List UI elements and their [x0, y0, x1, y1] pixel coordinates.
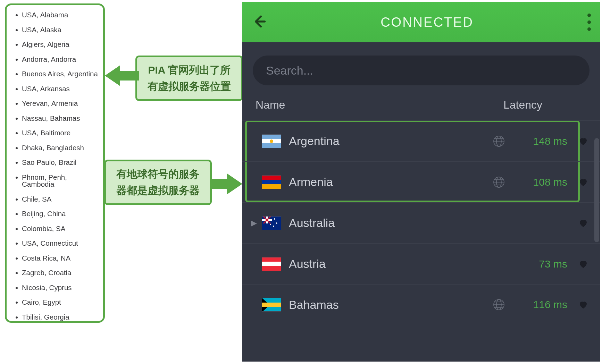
scrollbar[interactable] — [594, 138, 599, 242]
connection-status: CONNECTED — [381, 15, 474, 30]
globe-icon — [493, 176, 505, 188]
list-item: Buenos Aires, Argentina — [14, 70, 98, 78]
list-item: USA, Alaska — [14, 26, 98, 34]
favorite-button[interactable] — [576, 136, 590, 146]
arrow-left-icon — [105, 65, 137, 86]
virtual-locations-panel: USA, Alabama USA, Alaska Algiers, Algeri… — [5, 3, 105, 323]
globe-icon — [493, 135, 505, 147]
list-item: Chile, SA — [14, 196, 98, 203]
latency-value: 116 ms — [505, 299, 567, 311]
search-container: Search... — [242, 42, 600, 92]
flag-argentina-icon — [262, 134, 281, 148]
list-item: Nassau, Bahamas — [14, 115, 98, 122]
list-item: Phnom, Penh, Cambodia — [14, 174, 98, 188]
server-row-argentina[interactable]: Argentina 148 ms — [242, 120, 600, 161]
list-item: Dhaka, Bangladesh — [14, 144, 98, 152]
callout-globe-means-virtual: 有地球符号的服务器都是虚拟服务器 — [104, 160, 212, 205]
server-name: Armenia — [289, 175, 488, 189]
list-item: Tbilisi, Georgia — [14, 314, 98, 321]
list-item: USA, Baltimore — [14, 129, 98, 137]
callout-website-lists-virtual: PIA 官网列出了所有虚拟服务器位置 — [135, 56, 243, 101]
column-header-latency[interactable]: Latency — [503, 99, 587, 111]
column-header-name[interactable]: Name — [256, 99, 503, 111]
vpn-app-window: CONNECTED Search... Name Latency Argenti… — [242, 2, 600, 362]
expand-toggle[interactable]: ▶ — [248, 219, 260, 228]
list-item: Zagreb, Croatia — [14, 269, 98, 277]
flag-australia-icon — [262, 216, 281, 230]
server-name: Austria — [289, 257, 505, 271]
list-item: Andorra, Andorra — [14, 56, 98, 63]
list-item: USA, Alabama — [14, 11, 98, 19]
latency-value: 108 ms — [505, 176, 567, 188]
favorite-button[interactable] — [576, 300, 590, 310]
list-item: Beijing, China — [14, 210, 98, 218]
globe-icon — [493, 299, 505, 311]
latency-value: 73 ms — [505, 258, 567, 270]
list-item: Algiers, Algeria — [14, 41, 98, 48]
server-list: Argentina 148 ms Armenia 108 ms — [242, 120, 600, 325]
server-list-header: Name Latency — [242, 92, 600, 120]
favorite-button[interactable] — [576, 218, 590, 228]
virtual-locations-list: USA, Alabama USA, Alaska Algiers, Algeri… — [14, 11, 98, 321]
favorite-button[interactable] — [576, 259, 590, 269]
kebab-dot-icon — [587, 27, 591, 31]
server-row-armenia[interactable]: Armenia 108 ms — [242, 161, 600, 202]
server-name: Australia — [289, 216, 505, 230]
list-item: Sao Paulo, Brazil — [14, 159, 98, 166]
list-item: Costa Rica, NA — [14, 255, 98, 262]
search-input[interactable]: Search... — [253, 56, 590, 85]
app-header: CONNECTED — [242, 2, 600, 42]
list-item: USA, Arkansas — [14, 85, 98, 93]
server-name: Argentina — [289, 134, 488, 148]
back-button[interactable] — [251, 14, 267, 31]
flag-austria-icon — [262, 257, 281, 271]
latency-value: 148 ms — [505, 135, 567, 147]
kebab-dot-icon — [587, 20, 591, 24]
flag-bahamas-icon — [262, 298, 281, 312]
list-item: USA, Connecticut — [14, 240, 98, 247]
list-item: Yerevan, Armenia — [14, 100, 98, 107]
favorite-button[interactable] — [576, 177, 590, 187]
list-item: Colombia, SA — [14, 225, 98, 232]
server-row-australia[interactable]: ▶ Australia — [242, 202, 600, 243]
search-placeholder: Search... — [266, 64, 313, 77]
server-name: Bahamas — [289, 298, 488, 312]
kebab-dot-icon — [587, 14, 591, 17]
menu-button[interactable] — [587, 14, 591, 31]
arrow-right-icon — [210, 173, 242, 194]
list-item: Nicosia, Cyprus — [14, 284, 98, 291]
list-item: Cairo, Egypt — [14, 299, 98, 306]
flag-armenia-icon — [262, 175, 281, 189]
server-row-bahamas[interactable]: Bahamas 116 ms — [242, 284, 600, 325]
server-row-austria[interactable]: Austria 73 ms — [242, 243, 600, 284]
